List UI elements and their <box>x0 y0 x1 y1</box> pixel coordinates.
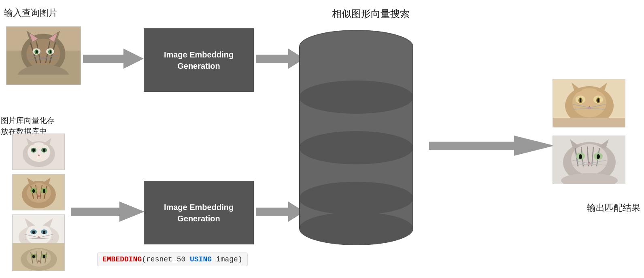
embed-box-2: Image Embedding Generation <box>144 181 254 244</box>
embed-box-1: Image Embedding Generation <box>144 28 254 92</box>
svg-point-75 <box>43 255 45 258</box>
svg-point-83 <box>300 182 413 214</box>
svg-point-48 <box>32 189 35 193</box>
svg-point-39 <box>27 183 51 203</box>
svg-point-29 <box>28 142 50 162</box>
svg-point-118 <box>597 154 600 159</box>
svg-point-82 <box>300 132 413 164</box>
arrow-query-to-embed1 <box>83 47 144 71</box>
svg-point-98 <box>597 98 599 102</box>
svg-point-17 <box>50 50 51 53</box>
svg-point-59 <box>43 231 45 234</box>
query-cat-image <box>6 26 81 85</box>
code-param1: resnet_50 <box>146 255 185 263</box>
embed-box-2-label: Image Embedding Generation <box>148 202 250 224</box>
svg-point-16 <box>36 50 38 53</box>
svg-marker-87 <box>429 136 555 156</box>
svg-point-90 <box>572 88 606 117</box>
result-cat-2 <box>553 136 625 184</box>
code-keyword-using: USING <box>185 255 216 263</box>
svg-marker-25 <box>83 49 144 69</box>
arrow-db-to-results <box>429 134 555 158</box>
query-cat-visual <box>6 27 81 85</box>
svg-point-49 <box>43 189 45 193</box>
svg-point-84 <box>300 212 413 245</box>
lib-cat-4 <box>12 243 65 271</box>
code-param2: image <box>216 255 238 263</box>
svg-point-117 <box>579 154 582 159</box>
svg-rect-104 <box>553 118 625 127</box>
code-line: EMBEDDING(resnet_50 USING image) <box>97 253 248 266</box>
svg-point-53 <box>26 224 52 245</box>
query-image-label: 输入查询图片 <box>4 7 57 19</box>
svg-point-34 <box>32 149 35 152</box>
db-title-label: 相似图形向量搜索 <box>332 7 410 20</box>
svg-marker-77 <box>71 202 145 222</box>
arrow-library-to-embed2 <box>71 199 145 224</box>
svg-point-81 <box>300 81 413 113</box>
lib-cat-2 <box>12 174 65 210</box>
svg-point-74 <box>32 255 35 258</box>
svg-point-67 <box>27 249 51 267</box>
svg-point-35 <box>43 149 45 152</box>
lib-cat-1 <box>12 134 65 170</box>
result-cat-1 <box>553 79 625 127</box>
embed-box-1-label: Image Embedding Generation <box>148 49 250 72</box>
output-label: 输出匹配结果 <box>587 202 640 214</box>
code-keyword-embedding: EMBEDDING <box>102 255 142 263</box>
svg-point-58 <box>32 231 35 234</box>
svg-point-97 <box>580 98 581 102</box>
diagram: 输入查询图片 图片库向量化存 放在数据库中 相似图形向量搜索 输出匹配结果 <box>0 0 644 278</box>
database-cylinder <box>295 22 417 253</box>
svg-rect-24 <box>6 74 81 85</box>
